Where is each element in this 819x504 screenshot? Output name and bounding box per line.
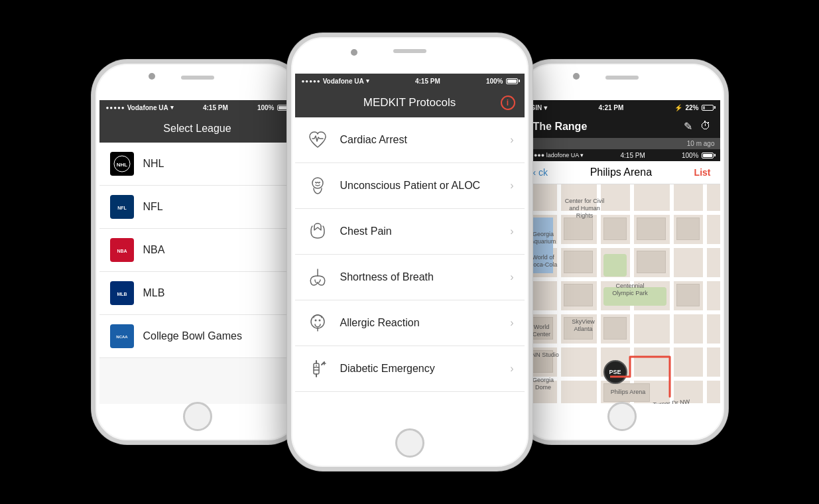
nhl-name: NHL — [143, 158, 164, 170]
speaker-center — [393, 49, 426, 53]
nfl-logo: NFL — [110, 195, 134, 219]
protocol-item-diabetic[interactable]: Diabetic Emergency › — [295, 346, 525, 392]
map-label-civil: Center for Civiland Human Rights — [565, 198, 605, 219]
status-left-right: GIN ▾ — [531, 104, 548, 111]
cardiac-name: Cardiac Arrest — [340, 134, 500, 146]
cardiac-chevron: › — [510, 134, 513, 146]
road-h4 — [524, 310, 720, 314]
ncaa-logo-svg: NCAA — [113, 327, 131, 346]
map-area[interactable]: Center for Civiland Human Rights Georgia… — [524, 184, 720, 404]
svg-point-13 — [311, 315, 324, 328]
mlb-logo-svg: MLB — [113, 284, 131, 302]
status-left-center: ●●●●● Vodafone UA ▾ — [302, 78, 369, 85]
time-left: 4:15 PM — [203, 104, 228, 111]
phones-container: ●●●●● Vodafone UA ▾ 4:15 PM 100% Select … — [78, 13, 741, 491]
block8 — [676, 284, 700, 306]
diabetic-name: Diabetic Emergency — [340, 363, 500, 375]
time-center: 4:15 PM — [415, 78, 440, 85]
svg-point-10 — [312, 178, 323, 188]
svg-text:NFL: NFL — [117, 206, 127, 210]
allergic-name: Allergic Reaction — [340, 317, 500, 329]
speaker-left — [181, 76, 214, 80]
svg-text:MLB: MLB — [117, 292, 127, 296]
phone-left: ●●●●● Vodafone UA ▾ 4:15 PM 100% Select … — [92, 60, 304, 444]
face-icon-svg — [307, 312, 328, 334]
wifi-right: ▾ — [544, 104, 547, 111]
breath-chevron: › — [510, 271, 513, 283]
league-item-nhl[interactable]: NHL NHL — [99, 143, 296, 186]
nba-name: NBA — [143, 244, 165, 256]
inner-battery-fill — [703, 154, 712, 157]
speaker-right — [605, 76, 639, 80]
signal-dots-left: ●●●●● — [106, 105, 125, 111]
signal-dots-center: ●●●●● — [302, 78, 321, 84]
chest-chevron: › — [510, 225, 513, 237]
svg-point-15 — [318, 320, 320, 322]
syringe-icon-svg — [307, 358, 328, 379]
league-item-nfl[interactable]: NFL NFL — [99, 186, 296, 229]
inner-status-bar: ●●●● ladofone UA ▾ 4:15 PM 100% — [524, 149, 720, 161]
unconscious-name: Unconscious Patient or ALOC — [340, 180, 500, 192]
status-bar-center: ●●●●● Vodafone UA ▾ 4:15 PM 100% — [295, 74, 525, 88]
status-bar-left: ●●●●● Vodafone UA ▾ 4:15 PM 100% — [99, 100, 296, 115]
battery-icon-center — [506, 78, 518, 84]
nfl-logo-svg: NFL — [113, 198, 131, 216]
map-back-button[interactable]: ‹ ck — [533, 167, 548, 178]
protocol-list: Cardiac Arrest › — [295, 117, 525, 392]
block7 — [564, 284, 593, 306]
nfl-name: NFL — [143, 201, 163, 213]
status-bar-right: GIN ▾ 4:21 PM ⚡ 22% — [524, 100, 720, 115]
battery-center: 100% — [486, 78, 518, 85]
mlb-logo: MLB — [110, 281, 134, 305]
battery-icon-right — [702, 105, 714, 111]
league-item-ncaa[interactable]: NCAA College Bowl Games — [99, 315, 296, 358]
breath-name: Shortness of Breath — [340, 271, 500, 283]
battery-fill-center — [507, 80, 517, 83]
screen-left: ●●●●● Vodafone UA ▾ 4:15 PM 100% Select … — [99, 100, 296, 404]
breath-icon — [306, 265, 330, 289]
status-time-left: 4:15 PM — [203, 104, 228, 111]
block11 — [603, 317, 627, 340]
league-item-nba[interactable]: NBA NBA — [99, 229, 296, 272]
heart-icon-svg — [307, 129, 328, 151]
edit-icon[interactable]: ✎ — [684, 120, 692, 133]
svg-text:NCAA: NCAA — [116, 335, 128, 339]
map-action-buttons: ✎ ⏱ — [684, 120, 711, 133]
medkit-info-button[interactable]: i — [501, 95, 515, 110]
map-list-button[interactable]: List — [694, 167, 711, 178]
protocol-item-allergic[interactable]: Allergic Reaction › — [295, 300, 525, 346]
history-icon[interactable]: ⏱ — [700, 120, 711, 133]
camera-center — [351, 49, 357, 56]
nba-logo: NBA — [110, 238, 134, 262]
timestamp-text: 10 m ago — [687, 140, 715, 147]
phone-right: GIN ▾ 4:21 PM ⚡ 22% The Range ✎ ⏱ — [516, 60, 728, 444]
protocol-item-cardiac[interactable]: Cardiac Arrest › — [295, 117, 525, 163]
chest-icon — [306, 220, 330, 243]
wifi-center: ▾ — [366, 78, 369, 84]
svg-text:NHL: NHL — [116, 162, 127, 168]
camera-left — [149, 73, 155, 80]
nba-logo-svg: NBA — [113, 241, 131, 259]
protocol-item-breath[interactable]: Shortness of Breath › — [295, 255, 525, 300]
block2 — [603, 218, 627, 240]
home-btn-right[interactable] — [607, 402, 637, 431]
block4 — [676, 218, 700, 240]
phone-center: ●●●●● Vodafone UA ▾ 4:15 PM 100% MEDKIT … — [287, 33, 533, 471]
wifi-left: ▾ — [170, 104, 174, 111]
block6 — [637, 251, 666, 273]
nhl-logo-svg: NHL — [113, 155, 131, 173]
road-h3 — [524, 277, 720, 281]
league-item-mlb[interactable]: MLB MLB — [99, 272, 296, 315]
nhl-logo: NHL — [110, 152, 134, 176]
inner-carrier-name: ladofone UA — [546, 152, 579, 158]
home-btn-left[interactable] — [183, 402, 212, 431]
protocol-item-unconscious[interactable]: Unconscious Patient or ALOC › — [295, 163, 525, 209]
protocol-item-chest[interactable]: Chest Pain › — [295, 209, 525, 255]
screen-right: GIN ▾ 4:21 PM ⚡ 22% The Range ✎ ⏱ — [524, 100, 720, 404]
arena-name: Philips Arena — [590, 166, 652, 178]
carrier-center: Vodafone UA — [323, 78, 364, 85]
inner-carrier: ●●●● ladofone UA ▾ — [531, 152, 584, 158]
league-list: NHL NHL NFL NFL — [99, 143, 296, 404]
home-btn-center[interactable] — [395, 428, 424, 458]
inner-time: 4:15 PM — [621, 152, 645, 159]
